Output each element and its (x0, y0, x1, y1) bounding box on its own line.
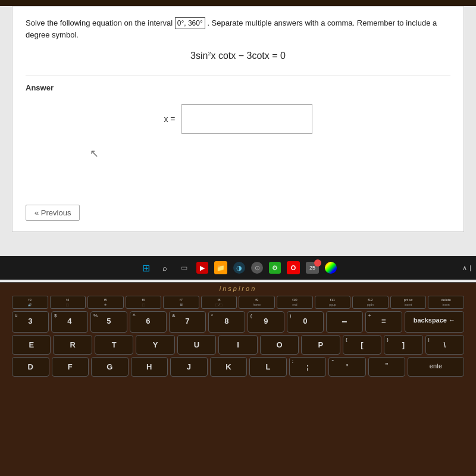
taskbar-right: ∧ | (462, 264, 471, 272)
key-minus[interactable]: − (326, 311, 363, 333)
key-6[interactable]: ^6 (130, 311, 167, 333)
key-5[interactable]: %5 (90, 311, 127, 333)
key-i[interactable]: I (218, 335, 257, 355)
key-9[interactable]: (9 (248, 311, 284, 333)
key-r[interactable]: R (53, 335, 92, 355)
office-icon[interactable]: O (287, 261, 300, 274)
enter-key[interactable]: ente (408, 357, 464, 377)
key-d[interactable]: D (12, 357, 49, 377)
interval-bracket: 0°, 360° (175, 17, 205, 29)
fn-f12[interactable]: f12pgdn (352, 296, 389, 309)
key-t[interactable]: T (95, 335, 133, 355)
answer-label: Answer (26, 83, 450, 92)
taskbar-divider: | (469, 264, 471, 271)
browser-icon[interactable]: ◑ (233, 262, 245, 274)
dfgh-row: D F G H J K L :; "' " ente (0, 357, 476, 377)
key-0[interactable]: )0 (287, 311, 324, 333)
previous-button[interactable]: « Previous (26, 205, 80, 221)
fn-f10[interactable]: f10end (277, 296, 313, 309)
key-y[interactable]: Y (136, 335, 174, 355)
fn-f9[interactable]: f9home (239, 296, 275, 309)
chevron-up-icon[interactable]: ∧ (462, 264, 467, 272)
key-f[interactable]: F (52, 357, 89, 377)
fn-f8[interactable]: f8⬚/⬚ (201, 296, 237, 309)
game-icon[interactable]: ⚙ (269, 262, 281, 274)
key-o[interactable]: O (260, 335, 299, 355)
chrome2-icon[interactable] (325, 262, 337, 274)
key-4[interactable]: $4 (51, 311, 88, 333)
fn-f5[interactable]: f5✱ (87, 296, 124, 309)
answer-input[interactable] (181, 104, 312, 134)
windows-icon[interactable]: ⊞ (139, 261, 152, 274)
key-j[interactable]: J (170, 357, 208, 377)
math-equation: 3sin2x cotx − 3cotx = 0 (26, 51, 450, 61)
key-p[interactable]: P (301, 335, 340, 355)
question-text: Solve the following equation on the inte… (26, 17, 450, 41)
key-rbracket[interactable]: }] (384, 335, 422, 355)
key-3[interactable]: #3 (12, 311, 49, 333)
key-quote[interactable]: "' (328, 357, 366, 377)
screen-area: Solve the following equation on the inte… (0, 6, 476, 286)
answer-section: Answer x = (26, 76, 450, 134)
badge-count (314, 259, 321, 267)
key-e[interactable]: E (12, 335, 51, 355)
key-h[interactable]: H (131, 357, 168, 377)
key-g[interactable]: G (91, 357, 129, 377)
keyboard-brand: inspiron (0, 283, 476, 296)
notification-badge[interactable]: 25 (306, 262, 319, 274)
fn-f11[interactable]: f11pgup (315, 296, 351, 309)
fn-prtsc[interactable]: prt scinsert (390, 296, 427, 309)
video-icon[interactable]: ▶ (196, 262, 208, 274)
fn-delete[interactable]: deleteinsert (428, 296, 464, 309)
x-equals-label: x = (164, 114, 175, 124)
key-semicolon[interactable]: :; (289, 357, 327, 377)
key-lbracket[interactable]: {[ (343, 335, 381, 355)
key-u[interactable]: U (177, 335, 216, 355)
erty-row: E R T Y U I O P {[ }] |\ (0, 335, 476, 355)
chrome-icon[interactable]: ⊙ (251, 262, 263, 274)
fn-f7[interactable]: f7🖥 (163, 296, 199, 309)
key-k[interactable]: K (210, 357, 248, 377)
keyboard-area: inspiron f3🔊 f4⬚ f5✱ f6⬚ f7🖥 f8⬚/⬚ f9hom… (0, 283, 476, 476)
key-l[interactable]: L (249, 357, 287, 377)
input-row: x = (26, 104, 450, 134)
fn-f3[interactable]: f3🔊 (12, 296, 48, 309)
fn-f6[interactable]: f6⬚ (126, 296, 162, 309)
files-icon[interactable]: 📁 (214, 261, 227, 274)
question-intro: Solve the following equation on the inte… (26, 18, 175, 27)
fn-f4[interactable]: f4⬚ (50, 296, 86, 309)
key-7[interactable]: &7 (169, 311, 206, 333)
key-8[interactable]: *8 (208, 311, 245, 333)
desktop-icon[interactable]: ▭ (177, 261, 190, 274)
taskbar: ⊞ ⌕ ▭ ▶ 📁 ◑ ⊙ ⚙ O 25 ∧ | (0, 256, 476, 280)
search-icon[interactable]: ⌕ (158, 261, 171, 274)
content-area: Solve the following equation on the inte… (12, 6, 464, 232)
key-backslash[interactable]: |\ (425, 335, 464, 355)
key-apos[interactable]: " (368, 357, 406, 377)
backspace-key[interactable]: backspace ← (405, 311, 464, 333)
fn-row: f3🔊 f4⬚ f5✱ f6⬚ f7🖥 f8⬚/⬚ f9home f10end … (0, 296, 476, 309)
key-equals[interactable]: += (365, 311, 402, 333)
num-row: #3 $4 %5 ^6 &7 *8 (9 )0 − += backspace ← (0, 311, 476, 333)
cursor-arrow: ↖ (90, 147, 99, 160)
